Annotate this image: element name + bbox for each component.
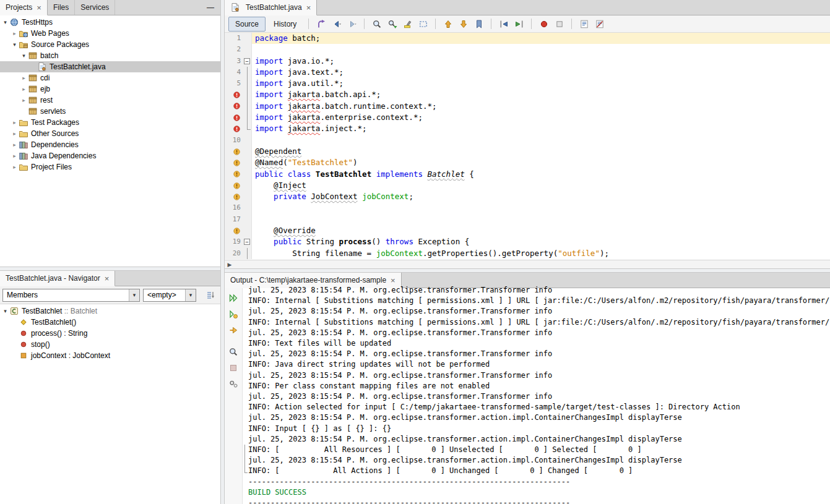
close-icon[interactable]: × <box>391 276 396 284</box>
warning-badge-icon[interactable] <box>225 157 243 168</box>
code-line-5[interactable]: 5import java.util.*; <box>225 78 830 89</box>
output-options-button[interactable] <box>227 377 240 390</box>
back-button[interactable] <box>329 17 344 31</box>
rerun-with-different-parameters-button[interactable] <box>227 307 240 320</box>
expander-collapsed-icon[interactable]: ▸ <box>20 75 28 81</box>
jump-last-edit-button[interactable] <box>314 17 328 31</box>
fold-minus-box[interactable]: − <box>244 58 250 64</box>
toggle-rectangular-selection-button[interactable] <box>416 17 430 31</box>
forward-button[interactable] <box>345 17 359 31</box>
code-line-9[interactable]: import jakarta.inject.*; <box>225 123 830 134</box>
tree-item-batch[interactable]: ▾batch <box>0 50 220 61</box>
code-text[interactable]: package batch; <box>252 33 830 44</box>
warning-badge-icon[interactable] <box>225 191 243 202</box>
stop-macro-recording-button[interactable] <box>552 17 566 31</box>
code-text[interactable]: import java.text.*; <box>252 67 830 78</box>
tree-item-ejb[interactable]: ▸ejb <box>0 83 220 95</box>
code-text[interactable]: @Override <box>252 225 830 236</box>
tab-navigator[interactable]: TestBatchlet.java - Navigator × <box>0 271 115 286</box>
navigator-tree[interactable]: ▾TestBatchlet :: BatchletTestBatchlet()p… <box>0 304 220 504</box>
expander-expanded-icon[interactable]: ▾ <box>20 53 28 59</box>
warning-badge-icon[interactable] <box>225 180 243 191</box>
tree-item-cdi[interactable]: ▸cdi <box>0 72 220 83</box>
toggle-highlight-button[interactable] <box>400 17 415 31</box>
projects-tree[interactable]: ▾TestHttps▸Web Pages▾Source Packages▾bat… <box>0 15 220 267</box>
member-item-testbatchlet[interactable]: TestBatchlet() <box>0 317 220 328</box>
code-line-8[interactable]: import jakarta.enterprise.context.*; <box>225 112 830 123</box>
expander-collapsed-icon[interactable]: ▸ <box>20 86 28 92</box>
code-line-17[interactable]: 17 <box>225 214 830 225</box>
code-area[interactable]: 1package batch;23−import java.io.*;4impo… <box>225 33 830 260</box>
scroll-arrow-icon[interactable]: ▶ <box>225 262 235 268</box>
error-badge-icon[interactable] <box>225 112 243 123</box>
output-log[interactable]: jul. 25, 2023 8:15:54 P. M. org.eclipse.… <box>243 285 830 504</box>
close-icon[interactable]: × <box>105 275 110 283</box>
code-text[interactable]: import jakarta.batch.runtime.context.*; <box>252 101 830 112</box>
sort-members-button[interactable] <box>203 288 218 302</box>
tree-item-testbatchlet-java[interactable]: TestBatchlet.java <box>0 61 220 72</box>
expander-expanded-icon[interactable]: ▾ <box>11 41 19 48</box>
expander-collapsed-icon[interactable]: ▸ <box>11 153 19 159</box>
comment-button[interactable] <box>577 17 591 31</box>
close-icon[interactable]: × <box>306 4 311 12</box>
code-text[interactable]: public String process() throws Exception… <box>252 236 830 247</box>
tab-files[interactable]: Files <box>48 0 75 15</box>
code-text[interactable] <box>252 44 830 55</box>
code-line-13[interactable]: public class TestBatchlet implements Bat… <box>225 169 830 180</box>
code-line-19[interactable]: 19− public String process() throws Excep… <box>225 236 830 247</box>
tree-item-source-packages[interactable]: ▾Source Packages <box>0 39 220 50</box>
find-selection-button[interactable] <box>370 17 384 31</box>
code-text[interactable]: String filename = jobContext.getProperti… <box>252 248 830 259</box>
source-view-button[interactable]: Source <box>228 17 266 32</box>
start-macro-recording-button[interactable] <box>537 17 551 31</box>
close-icon[interactable]: × <box>37 4 41 12</box>
editor-output-splitter[interactable] <box>225 268 830 273</box>
tree-item-web-pages[interactable]: ▸Web Pages <box>0 28 220 39</box>
tree-item-servlets[interactable]: servlets <box>0 106 220 117</box>
expander-collapsed-icon[interactable]: ▸ <box>20 97 28 103</box>
code-line-10[interactable]: 10 <box>225 135 830 146</box>
code-text[interactable] <box>252 214 830 225</box>
fold-collapse-icon[interactable]: − <box>243 56 252 67</box>
error-badge-icon[interactable] <box>225 101 243 112</box>
code-line-15[interactable]: private JobContext jobContext; <box>225 191 830 202</box>
code-line-6[interactable]: import jakarta.batch.api.*; <box>225 89 830 100</box>
code-line-4[interactable]: 4import java.text.*; <box>225 67 830 78</box>
code-text[interactable]: public class TestBatchlet implements Bat… <box>252 169 830 180</box>
code-text[interactable]: private JobContext jobContext; <box>252 191 830 202</box>
warning-badge-icon[interactable] <box>225 169 243 180</box>
expander-collapsed-icon[interactable]: ▸ <box>11 130 19 137</box>
fold-collapse-icon[interactable]: − <box>243 236 252 247</box>
next-bookmark-button[interactable] <box>456 17 470 31</box>
expander-expanded-icon[interactable]: ▾ <box>1 308 9 314</box>
code-text[interactable]: import jakarta.enterprise.context.*; <box>252 112 830 123</box>
code-text[interactable]: import jakarta.inject.*; <box>252 123 830 134</box>
find-next-occurrence-button[interactable] <box>385 17 399 31</box>
tree-item-java-dependencies[interactable]: ▸Java Dependencies <box>0 150 220 161</box>
members-filter-combo[interactable]: Members ▾ <box>2 289 140 302</box>
warning-badge-icon[interactable] <box>225 146 243 157</box>
code-text[interactable]: @Named("TestBatchlet") <box>252 157 830 168</box>
shift-right-button[interactable] <box>512 17 526 31</box>
previous-bookmark-button[interactable] <box>441 17 455 31</box>
member-item-testbatchlet-batchlet[interactable]: ▾TestBatchlet :: Batchlet <box>0 305 220 317</box>
tab-services[interactable]: Services <box>75 0 115 15</box>
toggle-bookmark-button[interactable] <box>472 17 486 31</box>
code-text[interactable]: import java.io.*; <box>252 56 830 67</box>
history-view-button[interactable]: History <box>267 17 303 32</box>
find-in-output-button[interactable] <box>227 345 240 358</box>
code-text[interactable]: import java.util.*; <box>252 78 830 89</box>
minimize-window-group-icon[interactable]: — <box>201 3 220 12</box>
warning-badge-icon[interactable] <box>225 225 243 236</box>
code-line-20[interactable]: 20 String filename = jobContext.getPrope… <box>225 248 830 259</box>
code-line-1[interactable]: 1package batch; <box>225 33 830 44</box>
vertical-splitter[interactable] <box>220 0 225 504</box>
error-badge-icon[interactable] <box>225 89 243 100</box>
code-text[interactable]: @Dependent <box>252 146 830 157</box>
code-text[interactable] <box>252 135 830 146</box>
expander-collapsed-icon[interactable]: ▸ <box>11 30 19 36</box>
horizontal-scrollbar[interactable]: ▶ <box>225 260 830 268</box>
code-line-3[interactable]: 3−import java.io.*; <box>225 56 830 67</box>
stop-build-button[interactable] <box>227 361 240 374</box>
code-line-16[interactable]: 16 <box>225 202 830 213</box>
